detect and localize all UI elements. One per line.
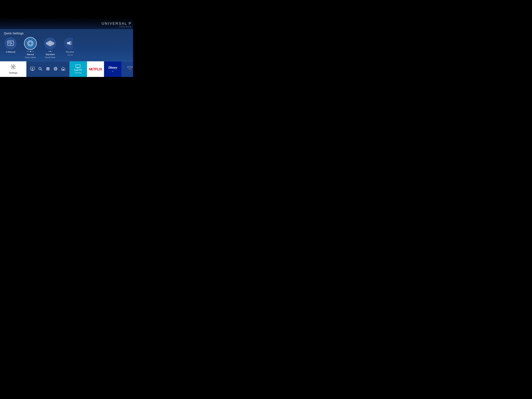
prime-text: prime bbox=[127, 66, 133, 68]
prime-video-text: video bbox=[128, 68, 132, 70]
svg-point-16 bbox=[48, 67, 48, 68]
wave-bar-2 bbox=[47, 42, 48, 45]
settings-label: Settings bbox=[9, 71, 17, 74]
disney-plus-sign: + bbox=[112, 70, 114, 73]
dot-2 bbox=[28, 51, 29, 52]
sound-dot-1 bbox=[48, 51, 49, 52]
dot-1 bbox=[27, 51, 28, 52]
wave-bar-4 bbox=[49, 41, 50, 46]
wave-bar-3 bbox=[48, 41, 49, 45]
svg-point-22 bbox=[48, 69, 48, 70]
gear-icon bbox=[11, 64, 16, 70]
universal-title: UNIVERSAL P bbox=[101, 21, 132, 25]
picture-mode-sublabel: Picture Mode bbox=[25, 56, 36, 58]
sound-mode-icon-circle bbox=[44, 38, 56, 49]
disney-logo-group: Disney + bbox=[108, 66, 117, 73]
receive-label: Receive bbox=[66, 51, 74, 53]
dot-5 bbox=[33, 51, 34, 52]
wave-bar-9 bbox=[54, 43, 54, 44]
svg-point-8 bbox=[13, 66, 14, 68]
sound-mode-item[interactable]: Standard Sound Mode bbox=[44, 38, 57, 58]
disney-tile[interactable]: Disney + bbox=[104, 61, 121, 77]
sound-mode-sublabel: Sound Mode bbox=[45, 56, 55, 58]
svg-text:e: e bbox=[11, 42, 12, 44]
emanual-item[interactable]: e e-Manual bbox=[4, 38, 17, 53]
sound-mode-dots bbox=[48, 51, 52, 52]
universal-watermark: UNIVERSAL P PRESEN bbox=[101, 21, 133, 28]
receive-sublabel: Sound bbox=[67, 54, 73, 56]
svg-marker-12 bbox=[32, 68, 33, 69]
svg-point-20 bbox=[49, 68, 50, 69]
svg-point-17 bbox=[49, 67, 50, 68]
prime-tile[interactable]: prime video ⌣ bbox=[122, 61, 133, 77]
netflix-tile[interactable]: NETFLIX bbox=[87, 61, 104, 77]
picture-mode-icon-circle bbox=[24, 38, 36, 49]
sound-dot-2-active bbox=[50, 51, 51, 52]
svg-point-15 bbox=[46, 67, 47, 68]
svg-point-21 bbox=[46, 69, 47, 70]
emanual-icon-circle: e bbox=[5, 38, 17, 49]
svg-marker-7 bbox=[69, 41, 70, 45]
picture-ring-outer bbox=[27, 40, 33, 46]
settings-taskbar-button[interactable]: Settings bbox=[0, 61, 26, 77]
nav-icons bbox=[26, 67, 69, 72]
wave-bar-8 bbox=[53, 42, 53, 45]
emanual-label: e-Manual bbox=[6, 51, 15, 53]
apps-row: Live TV Terrestrial NETFLIX Disney + pri… bbox=[70, 61, 133, 77]
prime-smile-icon: ⌣ bbox=[129, 70, 131, 72]
wave-bar-5 bbox=[50, 40, 51, 46]
disney-text: Disney bbox=[108, 66, 117, 70]
receive-sound-item[interactable]: Receive Sound bbox=[63, 38, 76, 56]
wave-bar-1 bbox=[46, 43, 47, 44]
quick-settings-title: Quick Settings bbox=[4, 32, 129, 35]
quick-settings-panel: Quick Settings e bbox=[0, 29, 133, 61]
live-tv-label: Live TV bbox=[74, 69, 82, 71]
settings-items-row: e e-Manual Natural Picture Mode bbox=[4, 38, 129, 61]
live-tv-sublabel: Terrestrial bbox=[75, 72, 82, 74]
top-background: UNIVERSAL P PRESEN bbox=[0, 0, 133, 29]
live-tv-tile[interactable]: Live TV Terrestrial bbox=[70, 61, 87, 77]
dot-3-active bbox=[30, 51, 31, 52]
svg-point-18 bbox=[46, 68, 47, 69]
netflix-logo: NETFLIX bbox=[89, 67, 102, 71]
svg-rect-30 bbox=[63, 69, 64, 70]
picture-mode-item[interactable]: Natural Picture Mode bbox=[24, 38, 37, 58]
svg-rect-6 bbox=[67, 42, 69, 44]
apps-icon[interactable] bbox=[46, 67, 50, 72]
receive-sound-icon-circle bbox=[64, 38, 76, 49]
ambient-icon[interactable] bbox=[54, 67, 57, 72]
search-icon[interactable] bbox=[38, 67, 42, 72]
tv-icon bbox=[76, 64, 80, 68]
sound-wave-icon bbox=[46, 40, 54, 46]
universal-presents: PRESEN bbox=[101, 25, 132, 28]
svg-point-19 bbox=[48, 68, 48, 69]
sound-mode-label: Standard bbox=[46, 53, 55, 56]
picture-mode-dots bbox=[27, 51, 34, 52]
svg-point-23 bbox=[49, 69, 50, 70]
sound-dot-3 bbox=[51, 51, 52, 52]
dot-4 bbox=[32, 51, 32, 52]
wave-bar-7 bbox=[52, 41, 52, 45]
picture-ring-inner bbox=[29, 42, 32, 45]
taskbar: Settings bbox=[0, 61, 133, 77]
svg-rect-31 bbox=[76, 65, 80, 68]
prime-logo-group: prime video ⌣ bbox=[127, 66, 133, 72]
picture-mode-label: Natural bbox=[27, 53, 34, 56]
home-icon[interactable] bbox=[61, 67, 65, 72]
source-icon[interactable] bbox=[30, 67, 35, 71]
wave-bar-6 bbox=[51, 41, 51, 46]
svg-line-14 bbox=[41, 70, 42, 70]
speaker-icon bbox=[67, 40, 73, 47]
book-icon: e bbox=[7, 40, 14, 46]
